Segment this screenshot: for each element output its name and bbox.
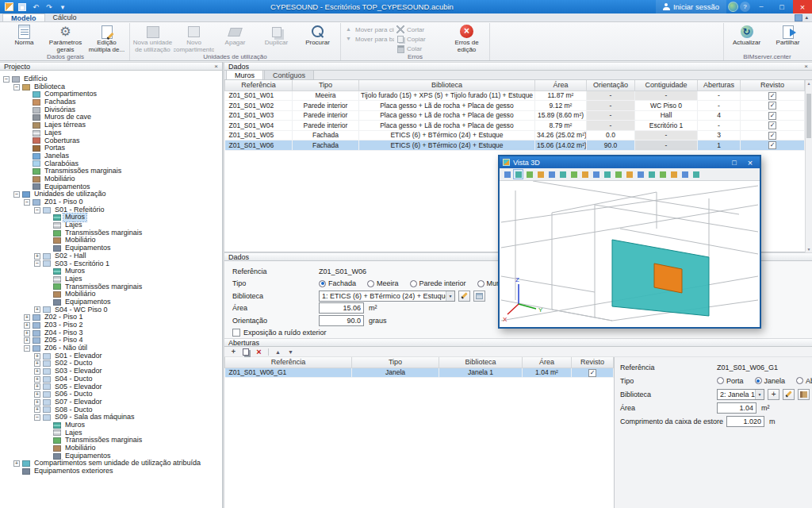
collapse-icon[interactable] bbox=[24, 199, 30, 206]
column-header-orientacao[interactable]: Orientação bbox=[587, 80, 635, 90]
tree-item-muros[interactable]: Muros bbox=[0, 421, 222, 429]
expand-icon[interactable] bbox=[24, 322, 30, 329]
quick-access-dropdown-icon[interactable]: ▾ bbox=[57, 2, 68, 12]
login-button[interactable]: Iniciar sessão bbox=[656, 0, 726, 13]
tree-item-coberturas[interactable]: Coberturas bbox=[0, 137, 222, 145]
revisto-checkbox[interactable] bbox=[588, 369, 596, 377]
column-header-aberturas[interactable]: Aberturas bbox=[698, 80, 741, 90]
layers-icon[interactable] bbox=[580, 169, 590, 179]
previous-view-icon[interactable] bbox=[557, 169, 568, 179]
radio-porta[interactable]: Porta bbox=[717, 377, 744, 385]
column-header-referencia[interactable]: Referência bbox=[225, 357, 352, 368]
expand-icon[interactable] bbox=[34, 391, 40, 398]
radio-abertura[interactable]: Abertura bbox=[796, 377, 812, 385]
textures-icon[interactable] bbox=[591, 169, 601, 179]
tree-item-s03-escritorio-1[interactable]: S03 - Escritório 1 bbox=[0, 260, 222, 268]
close-button[interactable] bbox=[793, 0, 812, 13]
tree-item-z05-piso-4[interactable]: Z05 - Piso 4 bbox=[0, 337, 222, 344]
zoom-window-icon[interactable] bbox=[657, 169, 668, 179]
copy-button[interactable] bbox=[241, 347, 251, 356]
expand-icon[interactable] bbox=[34, 353, 40, 360]
exposicao-checkbox[interactable] bbox=[232, 329, 240, 337]
orientacao-input[interactable] bbox=[319, 315, 364, 326]
tree-item-equipamentos-exteriores[interactable]: Equipamentos exteriores bbox=[0, 468, 222, 475]
scrollbar-thumb[interactable] bbox=[806, 94, 811, 138]
collapse-icon[interactable] bbox=[13, 84, 20, 90]
tree-item-s05-elevador[interactable]: S05 - Elevador bbox=[0, 383, 222, 391]
tree-item-s04-ducto[interactable]: S04 - Ducto bbox=[0, 375, 222, 383]
collapse-icon[interactable] bbox=[3, 76, 10, 83]
tree-item-s09-sala-das-maquinas[interactable]: S09 - Sala das máquinas bbox=[0, 414, 222, 421]
ribbon-tab-modelo[interactable]: Modelo bbox=[2, 13, 45, 21]
vertical-scrollbar[interactable]: ▲ ▼ bbox=[805, 80, 812, 252]
tree-item-mobiliario[interactable]: Mobiliário bbox=[0, 444, 222, 452]
expand-icon[interactable] bbox=[34, 376, 40, 383]
tree-item-muros-de-cave[interactable]: Muros de cave bbox=[0, 114, 222, 121]
radio-meeira[interactable]: Meeira bbox=[367, 279, 399, 287]
redo-icon[interactable]: ↷ bbox=[44, 2, 55, 12]
vista-3d-viewport[interactable]: Z X Y bbox=[501, 181, 758, 325]
undo-icon[interactable]: ↶ bbox=[30, 2, 41, 12]
column-header-tipo[interactable]: Tipo bbox=[352, 357, 439, 368]
tree-item-transmissoes-marginais[interactable]: Transmissões marginais bbox=[0, 283, 222, 291]
v3d-close-button[interactable] bbox=[744, 157, 756, 167]
partilhar-button[interactable]: Partilhar bbox=[768, 23, 808, 53]
expand-icon[interactable] bbox=[34, 306, 40, 313]
revisto-checkbox[interactable] bbox=[768, 141, 776, 149]
tree-item-equipamentos[interactable]: Equipamentos bbox=[0, 298, 222, 306]
tree-item-transmissoes-marginais[interactable]: Transmissões marginais bbox=[0, 167, 222, 175]
revisto-checkbox[interactable] bbox=[768, 112, 776, 120]
expand-icon[interactable] bbox=[13, 460, 20, 467]
revisto-checkbox[interactable] bbox=[768, 132, 776, 140]
column-header-revisto[interactable]: Revisto bbox=[741, 80, 805, 90]
column-header-referencia[interactable]: Referência bbox=[225, 80, 293, 90]
tree-item-equipamentos[interactable]: Equipamentos bbox=[0, 183, 222, 191]
table-row-z01-s01-w06[interactable]: Z01_S01_W06FachadaETICS (6) + BTérmico (… bbox=[225, 140, 805, 151]
collapse-icon[interactable] bbox=[13, 191, 20, 198]
column-header-revisto[interactable]: Revisto bbox=[572, 357, 614, 368]
tree-item-s02-ducto[interactable]: S02 - Ducto bbox=[0, 360, 222, 368]
tree-item-s06-ducto[interactable]: S06 - Ducto bbox=[0, 391, 222, 398]
expand-icon[interactable] bbox=[34, 253, 40, 260]
collapse-icon[interactable] bbox=[34, 414, 40, 421]
expand-icon[interactable] bbox=[24, 330, 30, 337]
ab-library-catalog-button[interactable] bbox=[798, 389, 810, 400]
expand-icon[interactable] bbox=[34, 406, 40, 413]
column-header-area[interactable]: Área bbox=[535, 80, 587, 90]
table-row-z01-s01-w04[interactable]: Z01_S01_W04Parede interiorPlaca gesso + … bbox=[225, 121, 805, 131]
ab-area-input[interactable] bbox=[717, 402, 756, 414]
tree-item-transmissoes-marginais[interactable]: Transmissões marginais bbox=[0, 437, 222, 444]
tree-item-mobiliario[interactable]: Mobiliário bbox=[0, 175, 222, 183]
tree-item-s01-elevador[interactable]: S01 - Elevador bbox=[0, 352, 222, 360]
tree-item-muros[interactable]: Muros bbox=[0, 214, 222, 221]
edicao-multipla-de-button[interactable]: Edição múltipla de... bbox=[86, 23, 127, 53]
add-button[interactable] bbox=[228, 347, 239, 356]
tree-item-edificio[interactable]: Edifício bbox=[0, 75, 222, 83]
close-dados-icon[interactable]: × bbox=[804, 63, 808, 70]
column-header-area[interactable]: Área bbox=[523, 357, 572, 368]
eye-icon[interactable] bbox=[635, 169, 645, 179]
zoom-icon[interactable] bbox=[546, 169, 557, 179]
area-input[interactable] bbox=[319, 302, 364, 314]
biblioteca-select[interactable]: 1: ETICS (6) + BTérmico (24) + Estuque ▼ bbox=[319, 291, 455, 302]
radio-parede-interior[interactable]: Parede interior bbox=[410, 279, 466, 287]
floors-icon[interactable] bbox=[569, 169, 579, 179]
tree-item-s03-elevador[interactable]: S03 - Elevador bbox=[0, 368, 222, 375]
ab-comprimento-input[interactable] bbox=[726, 416, 764, 427]
vista-3d-window[interactable]: Vista 3D bbox=[498, 155, 761, 329]
ab-biblioteca-select[interactable]: 2: Janela 1 ▼ bbox=[717, 389, 764, 400]
tree-item-lajes[interactable]: Lajes bbox=[0, 129, 222, 137]
column-header-biblioteca[interactable]: Biblioteca bbox=[359, 80, 535, 90]
expand-icon[interactable] bbox=[34, 399, 40, 406]
pan-icon[interactable] bbox=[535, 169, 546, 179]
radio-janela[interactable]: Janela bbox=[755, 377, 786, 385]
procurar-button[interactable]: Procurar bbox=[297, 23, 338, 53]
expand-icon[interactable] bbox=[34, 368, 40, 375]
ribbon-tab-calculo[interactable]: Cálculo bbox=[45, 13, 85, 21]
tree-item-s02-hall[interactable]: S02 - Hall bbox=[0, 252, 222, 260]
tree-item-z03-piso-2[interactable]: Z03 - Piso 2 bbox=[0, 321, 222, 329]
revisto-checkbox[interactable] bbox=[768, 102, 776, 110]
ab-edit-library-button[interactable] bbox=[783, 389, 795, 400]
print-icon[interactable] bbox=[680, 169, 690, 179]
collapse-icon[interactable] bbox=[34, 207, 40, 214]
